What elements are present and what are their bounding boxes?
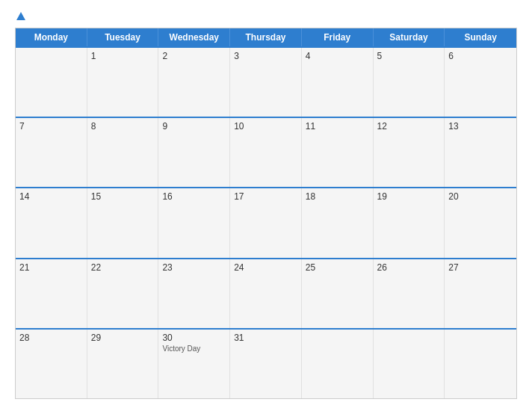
calendar-cell: 18 xyxy=(302,188,374,257)
day-number: 25 xyxy=(306,262,315,273)
day-number: 7 xyxy=(19,121,25,132)
day-number: 5 xyxy=(377,51,383,61)
weekday-header-saturday: Saturday xyxy=(374,28,445,46)
day-number: 22 xyxy=(91,262,101,273)
calendar-cell: 12 xyxy=(374,118,445,187)
day-number: 21 xyxy=(19,262,29,273)
calendar-grid: MondayTuesdayWednesdayThursdayFridaySatu… xyxy=(15,28,517,399)
day-number: 4 xyxy=(306,51,311,61)
calendar-cell: 8 xyxy=(87,118,159,187)
calendar-cell: 13 xyxy=(445,118,516,187)
logo xyxy=(15,12,27,20)
weekday-header-thursday: Thursday xyxy=(230,28,302,46)
calendar-cell: 17 xyxy=(230,188,302,257)
calendar-cell: 19 xyxy=(374,188,445,257)
day-number: 6 xyxy=(448,51,454,61)
day-number: 29 xyxy=(91,333,101,343)
day-number: 18 xyxy=(306,191,315,202)
calendar-weekday-header: MondayTuesdayWednesdayThursdayFridaySatu… xyxy=(16,28,516,46)
calendar-cell: 22 xyxy=(87,259,159,328)
calendar-cell: 5 xyxy=(374,48,445,117)
calendar-cell: 20 xyxy=(445,188,516,257)
calendar-cell: 2 xyxy=(158,48,230,117)
day-number: 26 xyxy=(377,262,387,273)
day-number: 11 xyxy=(306,121,315,132)
day-number: 31 xyxy=(234,333,244,343)
day-number: 20 xyxy=(448,191,458,202)
day-number: 17 xyxy=(234,191,244,202)
calendar-week-2: 78910111213 xyxy=(16,117,516,187)
weekday-header-tuesday: Tuesday xyxy=(87,28,159,46)
calendar-header xyxy=(15,12,517,20)
day-number: 14 xyxy=(19,191,29,202)
calendar-cell: 15 xyxy=(87,188,159,257)
calendar-week-4: 21222324252627 xyxy=(16,258,516,328)
calendar-cell: 6 xyxy=(445,48,516,117)
calendar-cell: 16 xyxy=(158,188,230,257)
day-number: 13 xyxy=(448,121,458,132)
calendar-cell: 4 xyxy=(302,48,374,117)
logo-triangle-icon xyxy=(16,12,25,20)
calendar-cell: 29 xyxy=(87,330,159,398)
calendar-cell: 23 xyxy=(158,259,230,328)
calendar-cell: 26 xyxy=(374,259,445,328)
page: MondayTuesdayWednesdayThursdayFridaySatu… xyxy=(0,0,532,411)
day-number: 16 xyxy=(162,191,172,202)
holiday-label: Victory Day xyxy=(162,344,200,353)
calendar-cell: 3 xyxy=(230,48,302,117)
calendar-week-1: 123456 xyxy=(16,46,516,117)
calendar-cell: 1 xyxy=(87,48,159,117)
day-number: 2 xyxy=(162,51,167,61)
day-number: 3 xyxy=(234,51,239,61)
calendar-cell: 28 xyxy=(16,330,87,398)
calendar-cell: 11 xyxy=(302,118,374,187)
day-number: 27 xyxy=(448,262,458,273)
calendar-cell: 27 xyxy=(445,259,516,328)
day-number: 24 xyxy=(234,262,244,273)
calendar-cell: 31 xyxy=(230,330,302,398)
calendar-cell xyxy=(302,330,374,398)
day-number: 12 xyxy=(377,121,387,132)
day-number: 30 xyxy=(162,333,172,343)
day-number: 10 xyxy=(234,121,244,132)
calendar-week-3: 14151617181920 xyxy=(16,187,516,257)
calendar-body: 1234567891011121314151617181920212223242… xyxy=(16,46,516,398)
calendar-cell: 24 xyxy=(230,259,302,328)
day-number: 1 xyxy=(91,51,96,61)
calendar-cell xyxy=(445,330,516,398)
calendar-cell: 30Victory Day xyxy=(158,330,230,398)
calendar-cell: 9 xyxy=(158,118,230,187)
calendar-cell: 7 xyxy=(16,118,87,187)
calendar-cell xyxy=(16,48,87,117)
calendar-week-5: 282930Victory Day31 xyxy=(16,328,516,398)
day-number: 19 xyxy=(377,191,387,202)
day-number: 9 xyxy=(162,121,167,132)
calendar-cell xyxy=(374,330,445,398)
calendar-cell: 25 xyxy=(302,259,374,328)
day-number: 8 xyxy=(91,121,96,132)
weekday-header-wednesday: Wednesday xyxy=(158,28,230,46)
weekday-header-friday: Friday xyxy=(302,28,374,46)
weekday-header-sunday: Sunday xyxy=(445,28,516,46)
day-number: 28 xyxy=(19,333,29,343)
weekday-header-monday: Monday xyxy=(16,28,87,46)
calendar-cell: 14 xyxy=(16,188,87,257)
day-number: 15 xyxy=(91,191,101,202)
calendar-cell: 21 xyxy=(16,259,87,328)
calendar-cell: 10 xyxy=(230,118,302,187)
day-number: 23 xyxy=(162,262,172,273)
